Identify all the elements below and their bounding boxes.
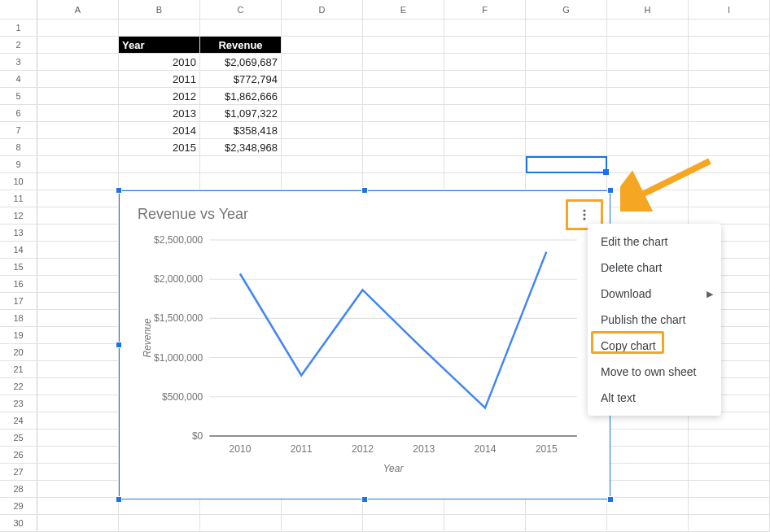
- row-header[interactable]: 8: [0, 139, 37, 155]
- row-header[interactable]: 19: [0, 327, 37, 343]
- cell[interactable]: [607, 54, 689, 70]
- row-header[interactable]: 30: [0, 515, 37, 531]
- row-header[interactable]: 22: [0, 378, 37, 395]
- resize-handle[interactable]: [116, 342, 122, 348]
- row-header[interactable]: 11: [0, 190, 37, 207]
- cell[interactable]: [363, 88, 444, 104]
- cell[interactable]: [689, 139, 770, 155]
- row-header[interactable]: 18: [0, 310, 37, 326]
- cell[interactable]: [689, 498, 770, 514]
- col-header-F[interactable]: F: [444, 0, 526, 19]
- cell[interactable]: [37, 259, 119, 275]
- cell[interactable]: [526, 122, 607, 138]
- cell[interactable]: 2014: [119, 122, 200, 138]
- cell[interactable]: [37, 344, 119, 360]
- cell[interactable]: [607, 105, 689, 121]
- cell[interactable]: $358,418: [200, 122, 282, 138]
- row-header[interactable]: 14: [0, 242, 37, 258]
- col-header-A[interactable]: A: [37, 0, 119, 19]
- cell[interactable]: [37, 327, 119, 343]
- cell[interactable]: [282, 54, 363, 70]
- row-header[interactable]: 15: [0, 259, 37, 275]
- row-header[interactable]: 27: [0, 464, 37, 480]
- cell[interactable]: $772,794: [200, 71, 282, 87]
- menu-edit-chart[interactable]: Edit the chart: [588, 229, 721, 255]
- cell[interactable]: [363, 37, 444, 53]
- cell[interactable]: [607, 122, 689, 138]
- resize-handle[interactable]: [361, 496, 368, 503]
- cell[interactable]: [37, 447, 119, 463]
- cell[interactable]: [119, 498, 200, 514]
- cell[interactable]: [282, 20, 363, 36]
- chart-embed[interactable]: Revenue vs Year $0$500,000$1,000,000$1,5…: [119, 190, 610, 499]
- resize-handle[interactable]: [607, 496, 614, 503]
- cell[interactable]: [37, 139, 119, 155]
- resize-handle[interactable]: [116, 496, 122, 503]
- col-header-C[interactable]: C: [200, 0, 282, 19]
- row-header[interactable]: 21: [0, 361, 37, 377]
- cell[interactable]: [607, 173, 689, 190]
- menu-alt-text[interactable]: Alt text: [588, 385, 721, 411]
- row-header[interactable]: 17: [0, 293, 37, 309]
- menu-delete-chart[interactable]: Delete chart: [588, 255, 721, 281]
- cell[interactable]: [363, 156, 444, 172]
- cell[interactable]: [37, 225, 119, 241]
- cell[interactable]: [444, 156, 526, 172]
- cell[interactable]: [689, 156, 770, 172]
- cell[interactable]: [37, 430, 119, 446]
- cell[interactable]: [444, 37, 526, 53]
- cell[interactable]: [689, 447, 770, 463]
- menu-copy-chart[interactable]: Copy chart: [588, 333, 721, 359]
- cell[interactable]: [37, 242, 119, 258]
- cell[interactable]: [526, 498, 607, 514]
- cell[interactable]: [282, 139, 363, 155]
- cell[interactable]: 2010: [119, 54, 200, 70]
- cell[interactable]: [282, 71, 363, 87]
- row-header[interactable]: 6: [0, 105, 37, 121]
- col-header-H[interactable]: H: [607, 0, 689, 19]
- cell[interactable]: [607, 447, 689, 463]
- row-header[interactable]: 25: [0, 430, 37, 446]
- cell[interactable]: [200, 515, 282, 531]
- cell[interactable]: [282, 156, 363, 172]
- cell[interactable]: [444, 88, 526, 104]
- cell[interactable]: [37, 395, 119, 412]
- cell[interactable]: [119, 173, 200, 190]
- cell[interactable]: [119, 515, 200, 531]
- cell[interactable]: [37, 105, 119, 121]
- cell[interactable]: [526, 71, 607, 87]
- cell[interactable]: [689, 464, 770, 480]
- cell[interactable]: [526, 37, 607, 53]
- col-header-D[interactable]: D: [282, 0, 363, 19]
- cell[interactable]: 2015: [119, 139, 200, 155]
- row-header[interactable]: 10: [0, 173, 37, 190]
- cell[interactable]: Year: [119, 37, 200, 53]
- cell[interactable]: [282, 122, 363, 138]
- cell[interactable]: [37, 88, 119, 104]
- cell[interactable]: [363, 71, 444, 87]
- row-header[interactable]: 4: [0, 71, 37, 87]
- cell[interactable]: [689, 481, 770, 497]
- cell[interactable]: [363, 54, 444, 70]
- cell[interactable]: [607, 498, 689, 514]
- cell[interactable]: [689, 515, 770, 531]
- cell[interactable]: [689, 207, 770, 224]
- col-header-E[interactable]: E: [363, 0, 444, 19]
- cell[interactable]: [37, 37, 119, 53]
- cell[interactable]: [282, 515, 363, 531]
- cell[interactable]: [119, 156, 200, 172]
- cell[interactable]: [119, 20, 200, 36]
- cell[interactable]: [37, 361, 119, 377]
- cell[interactable]: [526, 54, 607, 70]
- cell[interactable]: [363, 498, 444, 514]
- cell[interactable]: [444, 498, 526, 514]
- row-header[interactable]: 29: [0, 498, 37, 514]
- row-header[interactable]: 12: [0, 207, 37, 224]
- cell[interactable]: [37, 378, 119, 395]
- cell[interactable]: [37, 173, 119, 190]
- cell[interactable]: [444, 139, 526, 155]
- cell[interactable]: [607, 464, 689, 480]
- cell[interactable]: [37, 190, 119, 207]
- cell[interactable]: [526, 173, 607, 190]
- cell[interactable]: [37, 156, 119, 172]
